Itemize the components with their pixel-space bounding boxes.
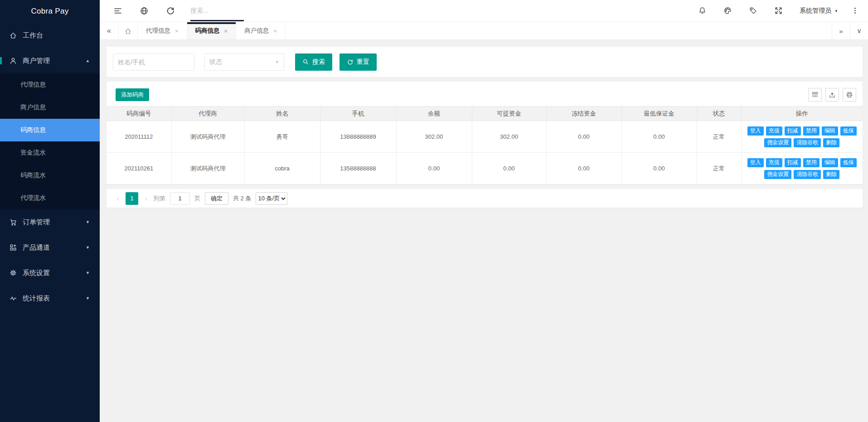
reset-icon (347, 58, 354, 65)
close-icon[interactable]: × (224, 28, 228, 34)
sidebar-item-product-channel[interactable]: 产品通道 ▼ (0, 235, 100, 260)
cart-icon (9, 218, 17, 226)
deduct-button[interactable]: 扣减 (785, 158, 801, 167)
tab-bar-controls: » ∨ (832, 22, 868, 39)
table-panel: 添加码商 (107, 82, 863, 208)
prev-page-button[interactable]: ‹ (115, 194, 121, 203)
notification-bell-icon[interactable] (698, 6, 707, 15)
col-header[interactable]: 最低保证金 (621, 107, 697, 121)
next-page-button[interactable]: › (143, 194, 149, 203)
more-options-icon[interactable] (851, 6, 860, 15)
tag-icon[interactable] (749, 6, 758, 15)
login-button[interactable]: 登入 (747, 158, 764, 167)
search-button-label: 搜索 (312, 58, 325, 66)
tabs-scroll-left-button[interactable]: « (100, 22, 119, 39)
col-header[interactable]: 状态 (697, 107, 741, 121)
tab-code-merchant-info[interactable]: 码商信息 × (187, 22, 237, 39)
sidebar-item-label: 商户管理 (23, 57, 50, 65)
status-select[interactable]: 状态 ▼ (204, 53, 284, 71)
print-button[interactable] (843, 88, 856, 102)
sidebar-item-label: 工作台 (23, 31, 43, 40)
export-button[interactable] (825, 88, 839, 102)
col-header[interactable]: 代理商 (171, 107, 244, 121)
cell-status: 正常 (697, 121, 741, 153)
confirm-page-button[interactable]: 确定 (205, 192, 228, 205)
app-logo: Cobra Pay (0, 0, 100, 23)
globe-icon[interactable] (140, 6, 149, 15)
disable-button[interactable]: 禁用 (803, 126, 820, 136)
collapse-menu-icon[interactable] (113, 6, 122, 15)
sidebar-item-code-merchant-flow[interactable]: 码商流水 (0, 164, 100, 187)
stats-icon (9, 294, 17, 302)
reset-button-label: 重置 (357, 58, 369, 66)
name-phone-input[interactable] (113, 53, 194, 71)
commission-settings-button[interactable]: 佣金设置 (764, 170, 791, 179)
sidebar-item-workbench[interactable]: 工作台 (0, 23, 100, 48)
col-header[interactable]: 姓名 (244, 107, 320, 121)
delete-button[interactable]: 删除 (823, 170, 839, 179)
sidebar-item-code-merchant-info[interactable]: 码商信息 (0, 119, 100, 141)
tab-agent-info[interactable]: 代理信息 × (138, 22, 187, 39)
table-scroll-strip[interactable] (107, 184, 863, 189)
delete-button[interactable]: 删除 (823, 138, 839, 147)
sidebar-submenu: 代理信息 商户信息 码商信息 资金流水 码商流水 代理流水 (0, 73, 100, 209)
close-icon[interactable]: × (273, 28, 277, 34)
sidebar-item-agent-flow[interactable]: 代理流水 (0, 187, 100, 209)
add-code-merchant-button[interactable]: 添加码商 (116, 88, 149, 101)
sidebar-item-order-mgmt[interactable]: 订单管理 ▼ (0, 209, 100, 235)
min-guarantee-button[interactable]: 低保 (840, 126, 857, 136)
clear-google-button[interactable]: 清除谷歌 (794, 138, 821, 147)
cell-withdrawable: 302.00 (472, 121, 546, 153)
deduct-button[interactable]: 扣减 (785, 126, 801, 136)
disable-button[interactable]: 禁用 (803, 158, 820, 167)
edit-button[interactable]: 编辑 (822, 158, 838, 167)
current-page-button[interactable]: 1 (126, 192, 138, 205)
refresh-icon[interactable] (166, 6, 175, 15)
sidebar-item-merchant-mgmt[interactable]: 商户管理 ▲ (0, 48, 100, 73)
fullscreen-icon[interactable] (774, 6, 783, 15)
page-content: 状态 ▼ 搜索 重置 添加码商 (100, 40, 868, 422)
sidebar-item-merchant-info[interactable]: 商户信息 (0, 96, 100, 119)
col-header[interactable]: 可提资金 (472, 107, 546, 121)
header-search-input[interactable] (190, 0, 244, 21)
recharge-button[interactable]: 充值 (766, 158, 782, 167)
table-row: 202011112 测试码商代理 勇哥 13888888889 302.00 3… (107, 121, 863, 153)
submenu-label: 码商信息 (20, 126, 46, 134)
sidebar-item-agent-info[interactable]: 代理信息 (0, 73, 100, 96)
goto-page-input[interactable] (170, 192, 190, 205)
cell-merchant-id: 202011112 (107, 121, 171, 153)
sidebar-item-label: 系统设置 (23, 269, 50, 277)
columns-filter-button[interactable] (808, 88, 822, 102)
col-header[interactable]: 码商编号 (107, 107, 171, 121)
col-header[interactable]: 余额 (396, 107, 472, 121)
tab-merchant-info[interactable]: 商户信息 × (236, 22, 286, 39)
recharge-button[interactable]: 充值 (766, 126, 782, 136)
collapse-glyph: « (107, 26, 111, 35)
login-button[interactable]: 登入 (747, 126, 764, 136)
theme-palette-icon[interactable] (723, 6, 732, 15)
min-guarantee-button[interactable]: 低保 (840, 158, 857, 167)
close-icon[interactable]: × (175, 28, 179, 34)
pagination-bar: ‹ 1 › 到第 页 确定 共 2 条 10 条/页 (107, 189, 863, 208)
table-row: 202110261 测试码商代理 cobra 13588888888 0.00 … (107, 153, 863, 184)
add-button-label: 添加码商 (121, 91, 144, 99)
tab-home[interactable] (119, 22, 138, 39)
filter-panel: 状态 ▼ 搜索 重置 (107, 47, 863, 77)
col-header[interactable]: 冻结资金 (546, 107, 621, 121)
col-header[interactable]: 手机 (320, 107, 396, 121)
tab-bar: « 代理信息 × 码商信息 × 商户信息 × » ∨ (100, 22, 868, 40)
col-header[interactable]: 操作 (741, 107, 863, 121)
tabs-scroll-right-button[interactable]: » (832, 22, 850, 39)
commission-settings-button[interactable]: 佣金设置 (764, 138, 791, 147)
sidebar-item-system-settings[interactable]: 系统设置 ▼ (0, 260, 100, 286)
sidebar-item-statistics[interactable]: 统计报表 ▼ (0, 286, 100, 311)
sidebar-item-fund-flow[interactable]: 资金流水 (0, 141, 100, 164)
chevron-down-icon: ∨ (857, 27, 862, 35)
clear-google-button[interactable]: 清除谷歌 (794, 170, 821, 179)
user-menu[interactable]: 系统管理员 ▼ (800, 7, 838, 15)
tabs-menu-button[interactable]: ∨ (850, 22, 868, 39)
edit-button[interactable]: 编辑 (822, 126, 838, 136)
reset-button[interactable]: 重置 (339, 53, 377, 71)
search-button[interactable]: 搜索 (295, 53, 332, 71)
per-page-select[interactable]: 10 条/页 (256, 192, 287, 205)
